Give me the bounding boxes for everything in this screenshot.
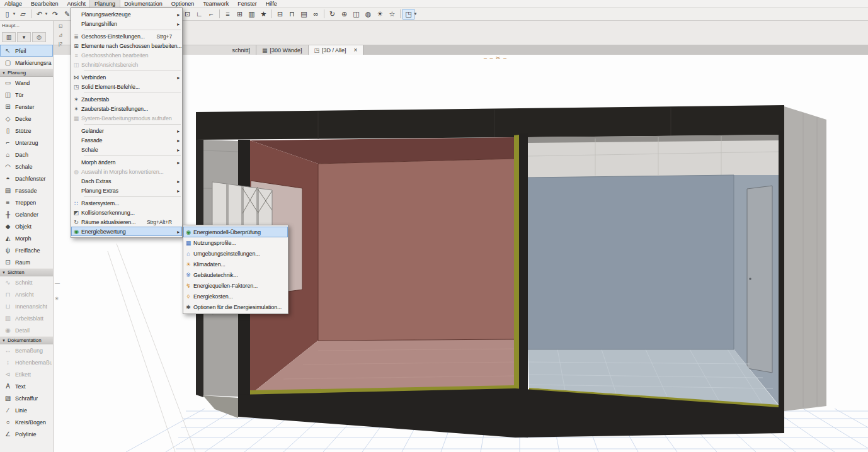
tool-wand[interactable]: ▭ Wand — [0, 77, 53, 89]
measure-icon[interactable]: ⌐ — [205, 9, 217, 20]
tool-unterzug[interactable]: ⌐ Unterzug — [0, 137, 53, 149]
submenu-item-klimadaten[interactable]: ☀ Klimadaten... — [183, 259, 288, 269]
menu-item-verbinden[interactable]: ⋈ Verbinden ▸ — [71, 72, 182, 82]
menu-item-planung-extras[interactable]: Planung Extras ▸ — [71, 186, 182, 195]
submenu-item-energiekosten[interactable]: ◊ Energiekosten... — [183, 291, 288, 302]
tool-stuetze[interactable]: ▯ Stütze — [0, 125, 53, 137]
snap-guide-icon[interactable]: ⊿ — [59, 31, 63, 39]
tool-fenster[interactable]: ⊞ Fenster — [0, 101, 53, 113]
tool-schraffur[interactable]: ▨ Schraffur — [0, 392, 53, 404]
submenu-item-nutzungsprofile[interactable]: ▦ Nutzungsprofile... — [183, 237, 288, 248]
menu-item-gelaender[interactable]: Geländer ▸ — [71, 126, 182, 135]
new-dropdown-icon[interactable]: ▾ — [11, 9, 17, 20]
tool-treppen[interactable]: ≡ Treppen — [0, 196, 53, 208]
menu-item-planungshilfen[interactable]: Planungshilfen ▸ — [71, 19, 182, 28]
section-planung[interactable]: ▼ Planung — [0, 69, 53, 77]
angle-icon[interactable]: ∟ — [193, 9, 205, 20]
walkthrough-icon[interactable]: ◍ — [362, 9, 374, 20]
menu-item-zauberstab[interactable]: ✶ Zauberstab — [71, 94, 182, 104]
toolbox-capture-icon[interactable]: ◎ — [32, 32, 46, 42]
sun-study-icon[interactable]: ☀ — [374, 9, 386, 20]
submenu-item-umgebungseinstellungen[interactable]: ⌂ Umgebungseinstellungen... — [183, 248, 288, 259]
tool-freiflaeche[interactable]: ψ Freifläche — [0, 244, 53, 256]
tool-innenansicht[interactable]: ⊔ Innenansicht — [0, 300, 53, 312]
tool-fassade[interactable]: ▤ Fassade — [0, 184, 53, 196]
undo-dropdown-icon[interactable]: ▾ — [43, 9, 49, 20]
dock-handle-icon[interactable]: ⊡ — [59, 23, 63, 30]
tool-gelaender[interactable]: ╫ Geländer — [0, 208, 53, 220]
tool-markierungsrahmen[interactable]: ▢ Markierungsra... — [0, 57, 53, 69]
menu-item-solid-element-befehle[interactable]: ◳ Solid Element-Befehle... — [71, 82, 182, 91]
fit-view-icon[interactable]: ⊡ — [181, 9, 193, 20]
menu-item-planungswerkzeuge[interactable]: Planungswerkzeuge ▸ — [71, 9, 182, 19]
layers-icon[interactable]: ≡ — [222, 9, 234, 20]
section-dokumentation[interactable]: ▼ Dokumentation — [0, 336, 53, 344]
menu-ablage[interactable]: Ablage — [0, 0, 26, 8]
tool-objekt[interactable]: ◆ Objekt — [0, 220, 53, 232]
menu-item-dach-extras[interactable]: Dach Extras ▸ — [71, 176, 182, 186]
menu-item-morph-aendern[interactable]: Morph ändern ▸ — [71, 157, 182, 167]
columns-icon[interactable]: ▥ — [246, 9, 258, 20]
palette-label[interactable]: |2 — [59, 40, 63, 48]
tool-polylinie[interactable]: ∠ Polylinie — [0, 428, 53, 440]
toolbox-panel-icon[interactable]: ▥ — [2, 32, 16, 42]
menu-item-elemente-nach-geschossen[interactable]: ⊞ Elemente nach Geschossen bearbeiten... — [71, 41, 182, 50]
camera-icon[interactable]: ◫ — [350, 9, 362, 20]
section-sichten[interactable]: ▼ Sichten — [0, 268, 53, 276]
menu-item-schale[interactable]: Schale ▸ — [71, 145, 182, 154]
clip-icon[interactable]: ∞ — [310, 9, 322, 20]
tool-decke[interactable]: ◇ Decke — [0, 113, 53, 125]
pan-icon[interactable]: ⊕ — [338, 9, 350, 20]
tool-linie[interactable]: ∕ Linie — [0, 404, 53, 416]
menu-item-rastersystem[interactable]: ∷ Rastersystem... — [71, 198, 182, 208]
menu-item-zauberstab-einstellungen[interactable]: ✶ Zauberstab-Einstellungen... — [71, 104, 182, 113]
tool-hoehenbemassung[interactable]: ↕ Höhenbemaßu... — [0, 356, 53, 368]
tab-300-waende[interactable]: ▦ [300 Wände] — [256, 45, 309, 55]
menu-item-system-bearbeitungsmodus[interactable]: ▦ System-Bearbeitungsmodus aufrufen — [71, 113, 182, 123]
menu-item-schnitt-ansichtsbereich[interactable]: ◫ Schnitt/Ansichtsbereich — [71, 60, 182, 69]
section-icon[interactable]: ⊟ — [274, 9, 286, 20]
menu-item-energiebewertung[interactable]: ◉ Energiebewertung ▸ — [71, 227, 182, 236]
redo-icon[interactable]: ↷ — [49, 9, 61, 20]
tool-detail[interactable]: ◉ Detail — [0, 324, 53, 336]
tool-raum[interactable]: ⊡ Raum — [0, 256, 53, 268]
tool-morph[interactable]: ◭ Morph — [0, 232, 53, 244]
tool-etikett[interactable]: ⊲ Etikett — [0, 368, 53, 380]
open-icon[interactable]: ▱ — [17, 9, 29, 20]
tool-kreis-bogen[interactable]: ○ Kreis/Bogen — [0, 416, 53, 428]
submenu-item-optionen-energiesimulation[interactable]: ✱ Optionen für die Energiesimulation... — [183, 302, 288, 312]
menu-item-geschoss-einstellungen[interactable]: ≣ Geschoss-Einstellungen... Strg+7 — [71, 31, 182, 41]
menu-planung[interactable]: Planung — [90, 0, 120, 8]
3d-settings-dropdown-icon[interactable]: ▾ — [413, 9, 418, 20]
menu-item-geschosshoehen-bearbeiten[interactable]: ≡ Geschosshöhen bearbeiten — [71, 50, 182, 60]
tool-pfeil[interactable]: ↖ Pfeil — [0, 45, 53, 57]
worksheet-icon[interactable]: ▤ — [298, 9, 310, 20]
tool-bemassung[interactable]: ↔ Bemaßung — [0, 344, 53, 356]
tool-schnitt[interactable]: ∿ Schnitt — [0, 276, 53, 288]
submenu-item-energiemodell-ueberpruefung[interactable]: ◉ Energiemodell-Überprüfung — [183, 227, 288, 237]
menu-item-fassade[interactable]: Fassade ▸ — [71, 135, 182, 145]
tool-ansicht[interactable]: ⊓ Ansicht — [0, 288, 53, 300]
menu-bearbeiten[interactable]: Bearbeiten — [26, 0, 63, 8]
menu-item-kollisionserkennung[interactable]: ◩ Kollisionserkennung... — [71, 208, 182, 217]
menu-fenster[interactable]: Fenster — [233, 0, 261, 8]
tab-close-icon[interactable]: × — [354, 47, 358, 54]
tool-dach[interactable]: ⌂ Dach — [0, 149, 53, 161]
tool-schale[interactable]: ◠ Schale — [0, 161, 53, 172]
menu-hilfe[interactable]: Hilfe — [261, 0, 282, 8]
favorites-icon[interactable]: ★ — [258, 9, 270, 20]
menu-optionen[interactable]: Optionen — [167, 0, 199, 8]
menu-item-raeume-aktualisieren[interactable]: ↻ Räume aktualisieren... Strg+Alt+R — [71, 217, 182, 227]
menu-item-auswahl-in-morphs[interactable]: ◍ Auswahl in Morphs konvertieren... — [71, 167, 182, 176]
tool-dachfenster[interactable]: ◓ Dachfenster — [0, 172, 53, 184]
grid-icon[interactable]: ⊞ — [234, 9, 246, 20]
menu-ansicht[interactable]: Ansicht — [63, 0, 91, 8]
menu-teamwork[interactable]: Teamwork — [198, 0, 233, 8]
submenu-item-gebaeudetechnik[interactable]: ※ Gebäudetechnik... — [183, 269, 288, 280]
orbit-icon[interactable]: ↻ — [326, 9, 338, 20]
tool-text[interactable]: A Text — [0, 380, 53, 392]
tab-3d-alle[interactable]: ◳ [3D / Alle] × — [309, 45, 364, 55]
menu-dokumentation[interactable]: Dokumentation — [120, 0, 167, 8]
toolbox-arrow-icon[interactable]: ▾ — [17, 32, 31, 42]
tool-arbeitsblatt[interactable]: ▥ Arbeitsblatt — [0, 312, 53, 324]
